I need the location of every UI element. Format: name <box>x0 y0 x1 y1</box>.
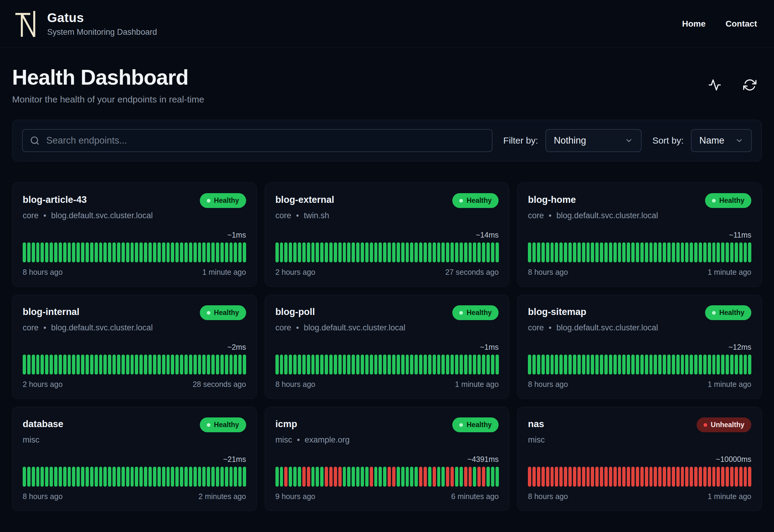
uptime-bar[interactable] <box>406 242 409 262</box>
uptime-bar[interactable] <box>486 355 490 375</box>
uptime-bar[interactable] <box>600 242 603 262</box>
uptime-bar[interactable] <box>162 242 165 262</box>
uptime-bar[interactable] <box>455 242 458 262</box>
uptime-bar[interactable] <box>220 242 224 262</box>
uptime-bar[interactable] <box>144 467 147 487</box>
uptime-bar[interactable] <box>68 242 71 262</box>
uptime-bar[interactable] <box>112 467 116 487</box>
uptime-bar[interactable] <box>158 467 161 487</box>
uptime-bar[interactable] <box>275 467 279 487</box>
uptime-bar[interactable] <box>122 467 125 487</box>
uptime-bar[interactable] <box>338 467 342 487</box>
uptime-bar[interactable] <box>234 467 237 487</box>
uptime-bar[interactable] <box>189 467 192 487</box>
uptime-bar[interactable] <box>551 467 554 487</box>
uptime-bar[interactable] <box>658 467 662 487</box>
filter-select[interactable]: Nothing <box>545 129 642 152</box>
uptime-bar[interactable] <box>180 242 183 262</box>
uptime-bar[interactable] <box>528 467 531 487</box>
uptime-bar[interactable] <box>595 467 599 487</box>
uptime-bar[interactable] <box>532 242 536 262</box>
uptime-bar[interactable] <box>316 467 319 487</box>
uptime-bar[interactable] <box>86 467 89 487</box>
uptime-bar[interactable] <box>748 355 751 375</box>
uptime-bar[interactable] <box>482 355 485 375</box>
uptime-bar[interactable] <box>316 242 319 262</box>
uptime-bar[interactable] <box>280 355 283 375</box>
uptime-bar[interactable] <box>68 355 71 375</box>
uptime-bar[interactable] <box>126 467 129 487</box>
uptime-bar[interactable] <box>622 242 626 262</box>
uptime-bar[interactable] <box>86 242 89 262</box>
uptime-bar[interactable] <box>703 242 707 262</box>
uptime-bar[interactable] <box>27 242 31 262</box>
uptime-bar[interactable] <box>325 242 328 262</box>
uptime-bar[interactable] <box>329 355 333 375</box>
uptime-bar[interactable] <box>694 242 698 262</box>
uptime-bar[interactable] <box>202 355 206 375</box>
uptime-bar[interactable] <box>175 242 179 262</box>
uptime-bar[interactable] <box>207 467 210 487</box>
uptime-bar[interactable] <box>663 467 666 487</box>
uptime-bar[interactable] <box>609 242 612 262</box>
uptime-bar[interactable] <box>356 467 359 487</box>
uptime-bar[interactable] <box>739 355 743 375</box>
uptime-bar[interactable] <box>184 242 188 262</box>
uptime-bar[interactable] <box>397 242 400 262</box>
uptime-bar[interactable] <box>229 467 233 487</box>
uptime-bar[interactable] <box>640 242 644 262</box>
uptime-bar[interactable] <box>175 467 179 487</box>
uptime-bar[interactable] <box>59 242 62 262</box>
uptime-bar[interactable] <box>122 242 125 262</box>
uptime-bar[interactable] <box>148 355 152 375</box>
uptime-bar[interactable] <box>397 355 400 375</box>
uptime-bar[interactable] <box>559 355 563 375</box>
uptime-bar[interactable] <box>551 355 554 375</box>
uptime-bar[interactable] <box>148 467 152 487</box>
uptime-bar[interactable] <box>477 467 481 487</box>
uptime-bar[interactable] <box>131 355 134 375</box>
uptime-bar[interactable] <box>207 242 210 262</box>
uptime-bar[interactable] <box>280 242 283 262</box>
uptime-bar[interactable] <box>491 467 494 487</box>
uptime-bar[interactable] <box>564 355 567 375</box>
uptime-bar[interactable] <box>202 242 206 262</box>
uptime-bar[interactable] <box>541 467 545 487</box>
uptime-bar[interactable] <box>437 467 441 487</box>
uptime-bar[interactable] <box>167 355 170 375</box>
uptime-bar[interactable] <box>676 467 680 487</box>
uptime-bar[interactable] <box>103 467 107 487</box>
uptime-bar[interactable] <box>103 242 107 262</box>
uptime-bar[interactable] <box>441 355 445 375</box>
uptime-bar[interactable] <box>167 242 170 262</box>
uptime-bar[interactable] <box>112 242 116 262</box>
uptime-bar[interactable] <box>108 242 111 262</box>
uptime-bar[interactable] <box>582 355 585 375</box>
uptime-bar[interactable] <box>158 242 161 262</box>
uptime-bar[interactable] <box>600 355 603 375</box>
uptime-bar[interactable] <box>537 355 540 375</box>
uptime-bar[interactable] <box>699 242 702 262</box>
uptime-bar[interactable] <box>649 355 653 375</box>
uptime-bar[interactable] <box>54 467 57 487</box>
uptime-bar[interactable] <box>528 242 531 262</box>
uptime-bar[interactable] <box>338 355 342 375</box>
uptime-bar[interactable] <box>352 242 355 262</box>
uptime-bar[interactable] <box>477 355 481 375</box>
uptime-bar[interactable] <box>302 242 306 262</box>
uptime-bar[interactable] <box>280 467 283 487</box>
uptime-bar[interactable] <box>311 242 315 262</box>
activity-pulse-icon[interactable] <box>708 78 721 92</box>
uptime-bar[interactable] <box>726 242 729 262</box>
uptime-bar[interactable] <box>482 467 485 487</box>
uptime-bar[interactable] <box>103 355 107 375</box>
uptime-bar[interactable] <box>171 355 174 375</box>
uptime-bar[interactable] <box>433 355 436 375</box>
uptime-bar[interactable] <box>640 467 644 487</box>
uptime-bar[interactable] <box>627 467 630 487</box>
uptime-bar[interactable] <box>76 467 80 487</box>
uptime-bar[interactable] <box>135 355 138 375</box>
uptime-bar[interactable] <box>243 355 246 375</box>
uptime-bar[interactable] <box>622 467 626 487</box>
uptime-bar[interactable] <box>699 355 702 375</box>
